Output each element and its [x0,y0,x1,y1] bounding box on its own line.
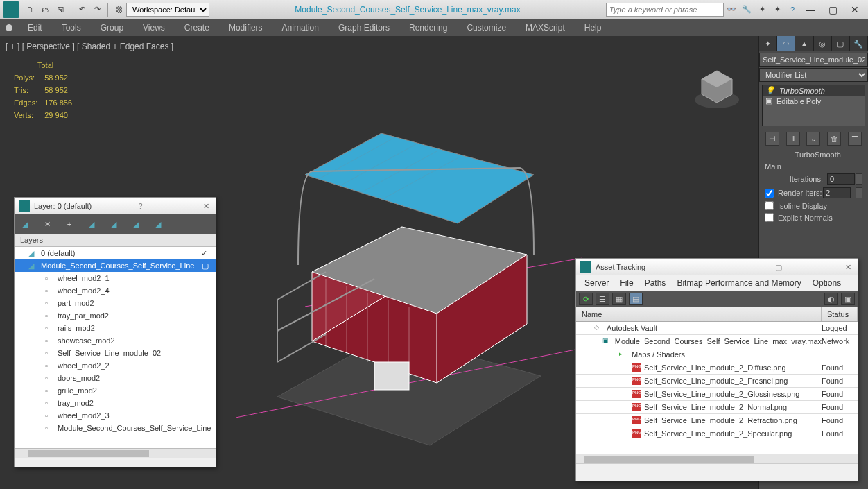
modify-tab-icon[interactable]: ◠ [777,36,795,51]
help-button[interactable]: ? [139,202,143,210]
layer-item[interactable]: ▫Self_Service_Line_module_02 [15,347,216,359]
tool-icon[interactable]: ◐ [824,293,838,305]
motion-tab-icon[interactable]: ◎ [814,36,832,51]
name-column[interactable]: Name [576,307,822,321]
utilities-tab-icon[interactable]: 🔧 [850,36,868,51]
asset-row[interactable]: PNGSelf_Service_Line_module_2_Diffuse.pn… [576,361,858,375]
view-icon[interactable]: ☰ [596,293,609,305]
display-tab-icon[interactable]: ▢ [832,36,850,51]
rollup-header[interactable]: −TurboSmooth [759,148,868,161]
menu-animation[interactable]: Animation [272,23,329,33]
menu-modifiers[interactable]: Modifiers [219,23,272,33]
layers-header[interactable]: Layers [15,234,216,247]
menu-tools[interactable]: Tools [52,23,91,33]
tool-icon[interactable]: ▣ [841,293,855,305]
render-iters-checkbox[interactable] [765,189,774,198]
search-input[interactable] [606,3,724,17]
asset-row[interactable]: ▸Maps / Shaders [576,348,858,361]
asset-row[interactable]: PNGSelf_Service_Line_module_2_Refraction… [576,414,858,427]
layer-item[interactable]: ◢0 (default)✓ [15,247,216,259]
modifier-editable-poly[interactable]: ▣Editable Poly [763,96,865,106]
scrollbar[interactable] [576,454,858,463]
maximize-icon[interactable]: ▢ [773,263,784,272]
pin-stack-icon[interactable]: ⊣ [765,132,779,146]
layer-item[interactable]: ▫tray_par_mod2 [15,309,216,322]
app-icon[interactable] [3,1,19,18]
layer-item[interactable]: ▫showcase_mod2 [15,334,216,347]
viewport-label[interactable]: [ + ] [ Perspective ] [ Shaded + Edged F… [6,42,173,51]
redo-icon[interactable]: ↷ [90,3,104,17]
menu-maxscript[interactable]: MAXScript [516,23,575,33]
binoculars-icon[interactable]: 👓 [724,3,738,17]
modifier-list-select[interactable]: Modifier List [759,68,868,82]
menu-edit[interactable]: Edit [18,23,52,33]
unique-icon[interactable]: ⌄ [806,132,820,146]
iterations-input[interactable] [827,173,855,185]
asset-row[interactable]: ▣Module_Second_Courses_Self_Service_Line… [576,335,858,348]
layer-tool-icon[interactable]: ◢ [107,218,120,230]
layer-tool-icon[interactable]: ◢ [130,218,142,230]
save-icon[interactable]: 🖫 [53,3,67,17]
asset-menu-paths[interactable]: Paths [639,278,672,288]
explicit-checkbox[interactable] [765,213,774,222]
layer-tool-icon[interactable]: ◢ [19,218,31,230]
isoline-checkbox[interactable] [765,201,774,210]
status-column[interactable]: Status [822,307,858,321]
link-icon[interactable]: ⛓ [112,3,125,17]
create-tab-icon[interactable]: ✦ [759,36,777,51]
layer-tool-icon[interactable]: ◢ [85,218,98,230]
menu-views[interactable]: Views [133,23,175,33]
asset-menu-server[interactable]: Server [579,278,614,288]
undo-icon[interactable]: ↶ [75,3,89,17]
menu-group[interactable]: Group [91,23,133,33]
wrench-icon[interactable]: 🔧 [740,3,754,17]
modifier-turbosmooth[interactable]: 💡TurboSmooth [763,85,865,96]
minimize-icon[interactable]: — [806,5,815,15]
menu-help[interactable]: Help [575,23,611,33]
app-menu-icon[interactable] [6,24,12,31]
spinner-buttons[interactable] [856,187,862,198]
layer-item[interactable]: ▫grille_mod2 [15,384,216,397]
minimize-icon[interactable]: — [704,263,715,271]
add-icon[interactable]: + [63,218,76,230]
remove-icon[interactable]: 🗑 [827,132,841,146]
asset-row[interactable]: PNGSelf_Service_Line_module_2_Normal.png… [576,401,858,414]
scrollbar[interactable] [15,448,216,458]
refresh-icon[interactable]: ⟳ [579,293,593,305]
layer-item[interactable]: ▫doors_mod2 [15,372,216,384]
layer-list[interactable]: ◢0 (default)✓◢Module_Second_Courses_Self… [15,247,216,448]
view-icon[interactable]: ▦ [612,293,626,305]
help-icon[interactable]: ? [785,3,799,17]
spinner-buttons[interactable] [856,173,862,185]
menu-graph editors[interactable]: Graph Editors [329,23,399,33]
layer-item[interactable]: ▫tray_mod2 [15,397,216,409]
asset-row[interactable]: PNGSelf_Service_Line_module_2_Glossiness… [576,388,858,401]
layer-item[interactable]: ▫wheel_mod2_4 [15,284,216,297]
layer-item[interactable]: ◢Module_Second_Courses_Self_Service_Line… [15,259,216,272]
asset-row[interactable]: PNGSelf_Service_Line_module_2_Fresnel.pn… [576,375,858,388]
layer-item[interactable]: ▫wheel_mod2_3 [15,409,216,422]
hierarchy-tab-icon[interactable]: ▲ [795,36,813,51]
layer-item[interactable]: ▫wheel_mod2_1 [15,272,216,284]
menu-rendering[interactable]: Rendering [399,23,457,33]
menu-customize[interactable]: Customize [457,23,516,33]
workspace-select[interactable]: Workspace: Default [126,3,209,17]
close-icon[interactable]: ✕ [842,263,853,272]
star-icon[interactable]: ✦ [770,3,784,17]
view-icon[interactable]: ▤ [629,293,643,305]
viewcube[interactable] [689,64,745,112]
open-file-icon[interactable]: 🗁 [38,3,52,17]
layer-item[interactable]: ▫wheel_mod2_2 [15,359,216,372]
asset-menu-bitmap-performance-and-memory[interactable]: Bitmap Performance and Memory [671,278,806,288]
delete-icon[interactable]: ✕ [41,218,53,230]
asset-menu-file[interactable]: File [614,278,639,288]
menu-create[interactable]: Create [175,23,219,33]
asset-list[interactable]: ◇Autodesk VaultLogged▣Module_Second_Cour… [576,322,858,454]
configure-icon[interactable]: ☰ [848,132,862,146]
layer-item[interactable]: ▫Module_Second_Courses_Self_Service_Line [15,422,216,434]
object-name-input[interactable] [759,53,868,67]
modifier-stack[interactable]: 💡TurboSmooth ▣Editable Poly [762,85,865,126]
asset-dialog-title[interactable]: Asset Tracking — ▢ ✕ [576,259,858,275]
show-end-icon[interactable]: Ⅱ [786,132,800,146]
star-icon[interactable]: ✦ [755,3,769,17]
